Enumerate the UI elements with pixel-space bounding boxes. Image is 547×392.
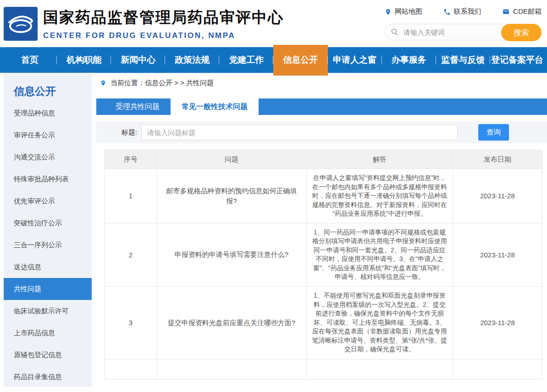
date-cell: 2023-11-28 [453,223,542,286]
page: 国家药品监督管理局药品审评中心 CENTER FOR DRUG EVALUATI… [0,0,547,392]
col-header-no: 序号 [105,150,156,169]
search-button[interactable]: 搜索 [501,24,541,41]
map-pin-icon [385,8,392,16]
sidebar-item[interactable]: 三合一序列公示 [4,234,92,256]
nav-item[interactable]: 党建工作 [219,47,273,73]
nav-item[interactable]: 监督与反馈 [436,47,490,73]
sidebar-item[interactable]: 药品目录集信息 [4,366,92,388]
faq-table: 序号 问题 解答 发布日期 1 邮寄多规格品种资料的预约信息如何正确填报? 在申… [105,150,542,380]
quick-links: 网站地图 联系我们 CDE邮箱 [385,7,541,16]
nav-item[interactable]: 新闻中心 [111,47,165,73]
site-title: 国家药品监督管理局药品审评中心 [43,7,284,28]
sidebar-item[interactable]: 审评任务公示 [4,124,92,146]
nav-item[interactable]: 申请人之窗 [328,47,382,73]
sitemap-label: 网站地图 [395,7,422,16]
nav-item[interactable]: 政策法规 [165,47,219,73]
row-number: 2 [105,223,156,286]
breadcrumb-text: 当前位置：信息公开 > > 共性问题 [111,79,214,87]
row-number [105,359,156,379]
contact-label: 联系我们 [454,7,481,16]
sidebar-item[interactable]: 上市药品信息 [4,322,92,344]
mail-icon [502,8,510,15]
col-header-answer: 解答 [306,150,453,169]
question-cell [156,359,306,379]
table-row: 2 申报资料的申请号填写需要注意什么? 1、同一药品同一申请事项的不同规格或包装… [105,223,542,286]
nav-item[interactable]: 办事服务 [382,47,436,73]
nav-list: 首页 机构职能 新闻中心 政策法规 党建工作 信息公开 申请人之窗 办事服务 监… [0,47,547,73]
tab[interactable]: 受理共性问题 [105,98,171,115]
answer-cell [306,359,453,379]
query-button[interactable]: 查询 [478,124,509,141]
question-cell: 邮寄多规格品种资料的预约信息如何正确填报? [156,169,306,223]
cde-logo-icon [4,7,38,41]
date-cell: 2023-11-28 [453,287,542,359]
table-row: 3 提交申报资料光盘前应重点关注哪些方面? 1、不能使用可擦写光盘和双面光盘刻录… [105,286,542,359]
sidebar-item[interactable]: 受理品种信息 [4,102,92,124]
contact-link[interactable]: 联系我们 [443,7,481,16]
sidebar-item[interactable]: 临床试验默示许可 [4,300,92,322]
sidebar-title: 信息公开 [4,73,92,102]
mail-link[interactable]: CDE邮箱 [502,7,541,16]
row-number: 1 [105,169,156,223]
row-number: 3 [105,287,156,359]
question-cell: 提交申报资料光盘前应重点关注哪些方面? [156,287,306,359]
date-cell: 2023-11-28 [453,169,542,223]
sidebar-item[interactable]: 共性问题 [4,278,92,300]
phone-icon [443,8,451,16]
mail-label: CDE邮箱 [513,7,541,16]
site-search: 搜索 [385,24,541,40]
sidebar-item[interactable]: 优先审评公示 [4,190,92,212]
search-icon [391,28,399,36]
sidebar: 信息公开 受理品种信息 审评任务公示 沟通交流公示 特殊审批品种列表 优先审评公… [4,73,92,387]
sitemap-link[interactable]: 网站地图 [385,7,422,16]
search-input[interactable] [385,24,491,40]
table-row: 1 邮寄多规格品种资料的预约信息如何正确填报? 在申请人之窗填写“资料提交网上预… [105,169,542,223]
sidebar-item[interactable]: 送达信息 [4,256,92,278]
table-row-partial [105,359,542,379]
content-layout: 信息公开 受理品种信息 审评任务公示 沟通交流公示 特殊审批品种列表 优先审评公… [0,73,547,387]
brand: 国家药品监督管理局药品审评中心 CENTER FOR DRUG EVALUATI… [43,7,284,40]
breadcrumb: 当前位置：信息公开 > > 共性问题 [96,73,547,93]
sidebar-item[interactable]: 沟通交流公示 [4,146,92,168]
main-nav: 首页 机构职能 新闻中心 政策法规 党建工作 信息公开 申请人之窗 办事服务 监… [0,47,547,73]
site-header: 国家药品监督管理局药品审评中心 CENTER FOR DRUG EVALUATI… [0,0,547,47]
sidebar-item[interactable]: 特殊审批品种列表 [4,168,92,190]
tab[interactable]: 常见一般性技术问题 [171,98,259,115]
sidebar-item[interactable]: 原辅包登记信息 [4,344,92,366]
col-header-question: 问题 [156,150,306,169]
location-pin-icon [100,79,106,87]
question-cell: 申报资料的申请号填写需要注意什么? [156,223,306,286]
table-header-row: 序号 问题 解答 发布日期 [105,150,542,169]
header-right: 网站地图 联系我们 CDE邮箱 搜索 [385,7,541,40]
main-content: 当前位置：信息公开 > > 共性问题 受理共性问题 常见一般性技术问题 标题: … [96,73,547,387]
answer-cell: 1、不能使用可擦写光盘和双面光盘刻录申报资料，应使用档案级的一次写入型光盘。2、… [306,287,453,359]
title-filter-input[interactable] [141,125,458,140]
tab-bar: 受理共性问题 常见一般性技术问题 [96,98,547,115]
filter-row: 标题: 查询 [96,121,547,143]
answer-cell: 在申请人之窗填写“资料提交网上预约信息”时，在一个邮包内如果有多个品种或多规格申… [306,169,453,223]
nav-item[interactable]: 信息公开 [273,45,327,76]
filter-label: 标题: [122,128,137,137]
col-header-date: 发布日期 [453,150,542,169]
nav-item[interactable]: 首页 [3,47,57,73]
nav-item[interactable]: 登记备案平台 [490,47,544,73]
site-subtitle: CENTER FOR DRUG EVALUATION, NMPA [43,31,284,40]
answer-cell: 1、同一药品同一申请事项的不同规格或包装规格分别填写申请表但共用电子申报资料时应… [306,223,453,286]
table-body: 1 邮寄多规格品种资料的预约信息如何正确填报? 在申请人之窗填写“资料提交网上预… [105,169,542,359]
date-cell [453,359,542,379]
nav-item[interactable]: 机构职能 [57,47,111,73]
sidebar-item[interactable]: 突破性治疗公示 [4,212,92,234]
sidebar-menu: 受理品种信息 审评任务公示 沟通交流公示 特殊审批品种列表 优先审评公示 突破性… [4,102,92,388]
